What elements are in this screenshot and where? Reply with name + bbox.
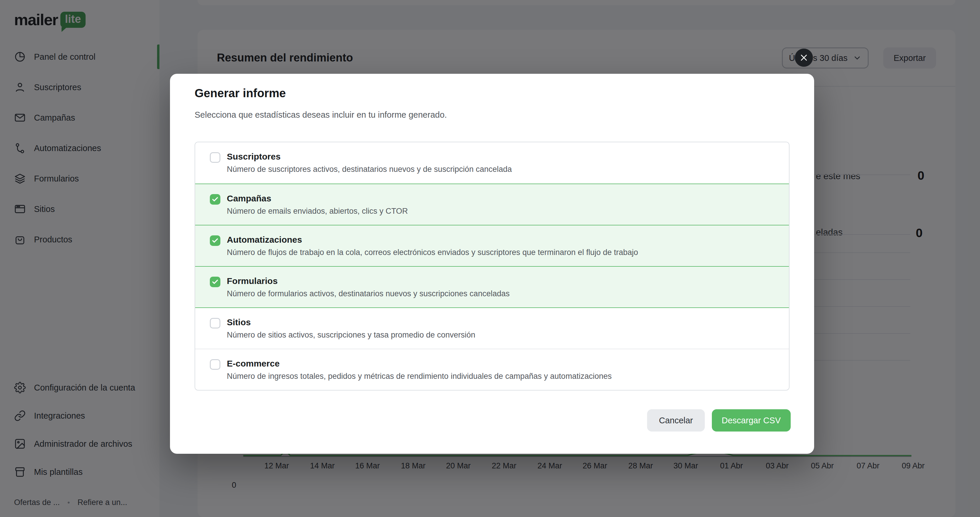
option-description: Número de flujos de trabajo en la cola, … [227, 248, 638, 257]
option-row-formularios[interactable]: Formularios Número de formularios activo… [195, 266, 789, 308]
checkbox-automatizaciones[interactable] [210, 235, 220, 246]
check-icon [212, 278, 219, 285]
checkbox-formularios[interactable] [210, 277, 220, 287]
option-description: Número de sitios activos, suscripciones … [227, 330, 475, 339]
option-label: E-commerce [227, 358, 612, 369]
checkbox-sitios[interactable] [210, 318, 220, 328]
download-csv-button[interactable]: Descargar CSV [712, 409, 791, 431]
option-description: Número de ingresos totales, pedidos y mé… [227, 372, 612, 381]
option-row-automatizaciones[interactable]: Automatizaciones Número de flujos de tra… [195, 225, 789, 266]
option-row-ecommerce[interactable]: E-commerce Número de ingresos totales, p… [195, 349, 789, 390]
report-options-list: Suscriptores Número de suscriptores acti… [195, 142, 789, 390]
option-label: Formularios [227, 276, 510, 286]
checkbox-campanas[interactable] [210, 194, 220, 205]
option-row-suscriptores[interactable]: Suscriptores Número de suscriptores acti… [195, 142, 789, 184]
checkbox-ecommerce[interactable] [210, 359, 220, 370]
option-description: Número de emails enviados, abiertos, cli… [227, 207, 408, 216]
cancel-button[interactable]: Cancelar [647, 409, 705, 431]
option-row-campanas[interactable]: Campañas Número de emails enviados, abie… [195, 184, 789, 225]
close-icon [799, 53, 808, 62]
app-root: mailer lite Panel de control Suscriptore… [0, 0, 980, 517]
option-label: Suscriptores [227, 152, 512, 162]
option-label: Campañas [227, 193, 408, 204]
modal-subtitle: Selecciona que estadísticas deseas inclu… [195, 110, 447, 120]
checkbox-suscriptores[interactable] [210, 152, 220, 163]
check-icon [212, 196, 219, 203]
generate-report-modal: Generar informe Selecciona que estadísti… [170, 74, 814, 454]
modal-close-button[interactable] [795, 49, 813, 67]
option-row-sitios[interactable]: Sitios Número de sitios activos, suscrip… [195, 308, 789, 349]
option-label: Automatizaciones [227, 235, 638, 245]
modal-actions: Cancelar Descargar CSV [647, 409, 791, 431]
option-label: Sitios [227, 317, 475, 328]
modal-title: Generar informe [195, 87, 286, 100]
check-icon [212, 237, 219, 244]
option-description: Número de formularios activos, destinata… [227, 289, 510, 298]
option-description: Número de suscriptores activos, destinat… [227, 165, 512, 174]
